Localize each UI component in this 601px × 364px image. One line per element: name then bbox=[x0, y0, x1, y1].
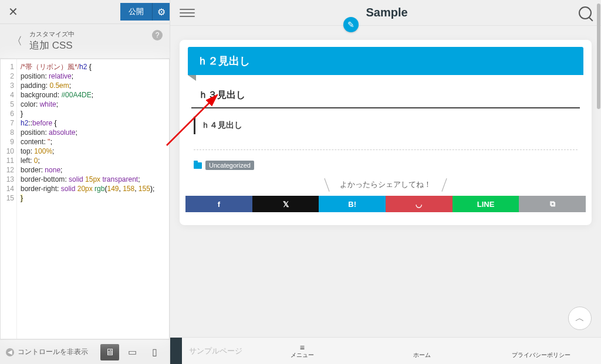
nav-hidden-page[interactable]: サンプルページ bbox=[187, 346, 242, 356]
close-customizer-button[interactable]: ✕ bbox=[0, 0, 26, 23]
h2-heading: ｈ２見出し bbox=[188, 47, 583, 75]
section-header: 〈 カスタマイズ中 追加 CSS ? bbox=[0, 23, 170, 59]
nav-label: ホーム bbox=[413, 351, 431, 359]
eye-off-icon: ◀ bbox=[6, 348, 14, 356]
device-tablet-button[interactable]: ▭ bbox=[123, 344, 141, 360]
nav-privacy[interactable]: プライバシーポリシー bbox=[481, 343, 601, 359]
device-desktop-button[interactable]: 🖥 bbox=[100, 344, 119, 360]
site-preview: Sample ✎ ｈ２見出し ｈ３見出し ｈ４見出し Uncategorized… bbox=[170, 0, 601, 364]
customizer-footer: ◀ コントロールを非表示 🖥 ▭ ▯ bbox=[0, 339, 170, 364]
chevron-left-icon: 〈 bbox=[12, 34, 22, 48]
customizer-topbar: ✕ 公開 ⚙ bbox=[0, 0, 170, 23]
device-preview-buttons: 🖥 ▭ ▯ bbox=[100, 344, 164, 360]
help-button[interactable]: ? bbox=[152, 30, 163, 40]
preview-bottom-nav: サンプルページ ≡ メニュー ホーム プライバシーポリシー bbox=[170, 337, 601, 364]
share-copy-button[interactable]: ⧉ bbox=[519, 196, 586, 212]
x-twitter-icon: 𝕏 bbox=[283, 200, 289, 209]
tablet-icon: ▭ bbox=[128, 346, 137, 358]
menu-icon: ≡ bbox=[300, 343, 305, 351]
nav-home[interactable]: ホーム bbox=[362, 343, 482, 359]
mobile-icon: ▯ bbox=[152, 346, 157, 358]
share-facebook-button[interactable]: f bbox=[185, 196, 252, 212]
category-tag[interactable]: Uncategorized bbox=[205, 161, 254, 170]
chevron-up-icon: ︿ bbox=[575, 312, 585, 325]
pocket-icon: ◡ bbox=[416, 200, 422, 209]
divider bbox=[194, 149, 578, 150]
share-line-button[interactable]: LINE bbox=[453, 196, 519, 212]
share-hatena-button[interactable]: B! bbox=[319, 196, 386, 212]
preview-scrollbar[interactable] bbox=[596, 0, 601, 364]
back-button[interactable]: 〈 bbox=[8, 34, 26, 48]
hide-controls-label: コントロールを非表示 bbox=[18, 347, 88, 357]
nav-menu[interactable]: ≡ メニュー bbox=[242, 343, 362, 359]
line-icon: LINE bbox=[477, 200, 495, 209]
hatena-icon: B! bbox=[348, 200, 356, 209]
line-number-gutter: 123456789101112131415 bbox=[1, 59, 17, 339]
copy-icon: ⧉ bbox=[550, 199, 555, 209]
share-button-row: f𝕏B!◡LINE⧉ bbox=[185, 196, 586, 212]
device-mobile-button[interactable]: ▯ bbox=[145, 344, 164, 360]
nav-label: メニュー bbox=[291, 351, 314, 359]
h3-heading: ｈ３見出し bbox=[191, 83, 580, 108]
customizer-panel: ✕ 公開 ⚙ 〈 カスタマイズ中 追加 CSS ? 12345678910111… bbox=[0, 0, 170, 364]
search-button[interactable] bbox=[579, 6, 592, 19]
site-title[interactable]: Sample bbox=[195, 6, 579, 19]
section-title: 追加 CSS bbox=[29, 39, 161, 52]
section-subtitle: カスタマイズ中 bbox=[29, 30, 161, 39]
code-lines[interactable]: /*帯（リボン）風*/h2 {position: relative;paddin… bbox=[17, 59, 169, 339]
preview-header: Sample ✎ bbox=[170, 0, 601, 26]
pencil-icon: ✎ bbox=[347, 20, 354, 29]
publish-settings-button[interactable]: ⚙ bbox=[152, 3, 170, 21]
hide-controls-button[interactable]: ◀ コントロールを非表示 bbox=[6, 347, 100, 357]
facebook-icon: f bbox=[218, 200, 220, 209]
hamburger-menu-button[interactable] bbox=[180, 5, 195, 21]
desktop-icon: 🖥 bbox=[105, 347, 114, 358]
publish-button-group: 公開 ⚙ bbox=[120, 3, 170, 21]
publish-button[interactable]: 公開 bbox=[120, 3, 152, 21]
share-x-twitter-button[interactable]: 𝕏 bbox=[252, 196, 319, 212]
section-labels: カスタマイズ中 追加 CSS bbox=[29, 30, 161, 52]
help-icon: ? bbox=[156, 31, 160, 39]
category-row: Uncategorized bbox=[194, 161, 578, 170]
close-icon: ✕ bbox=[8, 5, 18, 19]
edit-shortcut-button[interactable]: ✎ bbox=[343, 17, 359, 32]
share-label: よかったらシェアしてね！ bbox=[183, 179, 588, 190]
css-code-editor[interactable]: 123456789101112131415 /*帯（リボン）風*/h2 {pos… bbox=[0, 59, 170, 339]
share-pocket-button[interactable]: ◡ bbox=[386, 196, 453, 212]
article-card: ｈ２見出し ｈ３見出し ｈ４見出し Uncategorized よかったらシェア… bbox=[180, 40, 592, 225]
nav-label: プライバシーポリシー bbox=[512, 351, 570, 359]
preview-body[interactable]: ｈ２見出し ｈ３見出し ｈ４見出し Uncategorized よかったらシェア… bbox=[170, 26, 601, 337]
nav-left-edge[interactable] bbox=[170, 338, 182, 364]
h4-heading: ｈ４見出し bbox=[194, 117, 578, 134]
folder-icon bbox=[194, 162, 202, 169]
gear-icon: ⚙ bbox=[157, 6, 166, 18]
scroll-top-button[interactable]: ︿ bbox=[568, 307, 592, 330]
